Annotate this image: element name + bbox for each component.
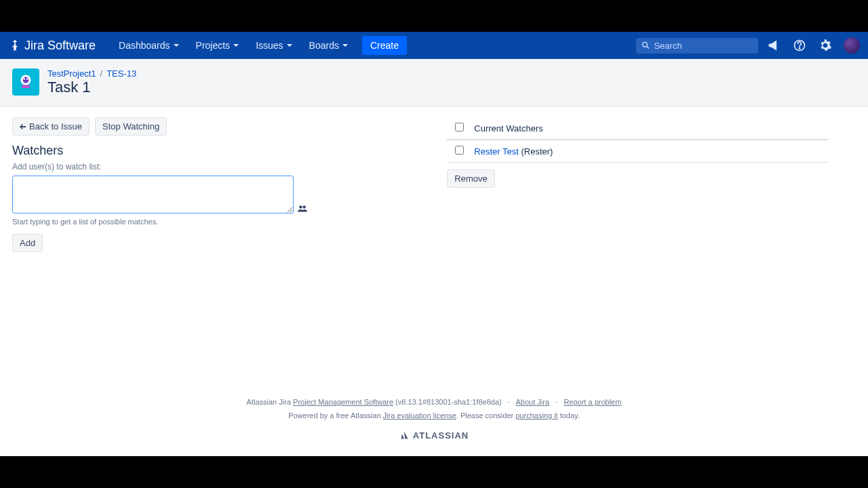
search-icon (642, 41, 650, 50)
svg-point-5 (23, 77, 29, 83)
arrow-left-icon (20, 123, 26, 130)
nav-dashboards[interactable]: Dashboards (112, 36, 186, 55)
chevron-down-icon (173, 42, 180, 49)
row-checkbox[interactable] (455, 146, 464, 155)
chevron-down-icon (286, 42, 293, 49)
svg-point-3 (799, 48, 800, 49)
jira-logo[interactable]: Jira Software (8, 39, 96, 53)
brand-text: Jira Software (24, 39, 96, 53)
watchers-heading: Watchers (12, 144, 420, 158)
project-avatar[interactable] (12, 68, 39, 96)
settings-icon[interactable] (818, 38, 833, 53)
table-header-row: Current Watchers (447, 117, 829, 140)
footer-license-link[interactable]: Jira evaluation license (383, 411, 456, 420)
jira-icon (8, 39, 22, 52)
table-header-label: Current Watchers (471, 117, 829, 140)
add-users-input[interactable] (12, 176, 294, 214)
svg-rect-8 (22, 85, 30, 89)
svg-point-0 (643, 42, 648, 47)
svg-line-1 (647, 47, 649, 49)
svg-point-7 (26, 78, 28, 80)
back-to-issue-button[interactable]: Back to Issue (12, 117, 90, 136)
watcher-username: (Rester) (519, 146, 553, 157)
create-button[interactable]: Create (362, 36, 407, 55)
help-icon[interactable] (792, 38, 807, 53)
input-hint: Start typing to get a list of possible m… (12, 218, 420, 226)
atlassian-icon (399, 430, 409, 440)
chevron-down-icon (342, 42, 349, 49)
stop-watching-button[interactable]: Stop Watching (95, 117, 167, 136)
nav-boards[interactable]: Boards (302, 36, 355, 55)
table-row: Rester Test (Rester) (447, 140, 829, 163)
page-header: TestProject1 / TES-13 Task 1 (0, 59, 868, 106)
top-nav: Jira Software Dashboards Projects Issues… (0, 32, 868, 59)
footer-about-link[interactable]: About Jira (515, 398, 549, 406)
watcher-link[interactable]: Rester Test (474, 146, 519, 157)
footer: Atlassian Jira Project Management Softwa… (0, 388, 868, 457)
remove-button[interactable]: Remove (447, 169, 494, 188)
add-button[interactable]: Add (12, 234, 43, 252)
breadcrumb: TestProject1 / TES-13 (47, 68, 136, 79)
feedback-icon[interactable] (766, 38, 781, 53)
breadcrumb-project[interactable]: TestProject1 (47, 68, 96, 79)
user-avatar[interactable] (844, 37, 860, 54)
group-icon (298, 204, 307, 214)
search-input[interactable] (654, 41, 753, 51)
add-users-label: Add user(s) to watch list: (12, 162, 420, 171)
chevron-down-icon (233, 42, 239, 49)
search-box[interactable] (636, 38, 758, 54)
issue-title: Task 1 (47, 79, 136, 96)
svg-point-6 (23, 78, 25, 80)
footer-purchase-link[interactable]: purchasing it (515, 411, 557, 420)
footer-report-link[interactable]: Report a problem (564, 398, 621, 406)
atlassian-logo[interactable]: ATLASSIAN (399, 430, 469, 441)
svg-point-9 (299, 205, 302, 208)
nav-projects[interactable]: Projects (189, 36, 247, 55)
breadcrumb-issue[interactable]: TES-13 (106, 68, 136, 79)
watchers-table: Current Watchers Rester Test (Rester) (447, 117, 829, 163)
select-all-checkbox[interactable] (455, 123, 464, 131)
svg-point-10 (302, 205, 305, 208)
nav-issues[interactable]: Issues (249, 36, 299, 55)
footer-pm-link[interactable]: Project Management Software (293, 398, 393, 406)
